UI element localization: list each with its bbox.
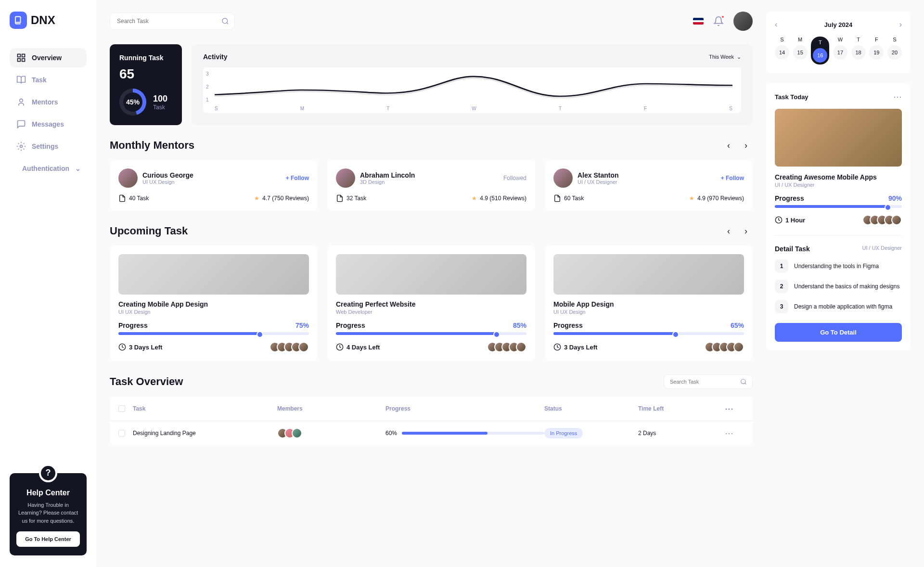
task-card[interactable]: Mobile App Design UI UX Design Progress6… xyxy=(545,245,753,361)
today-time: 1 Hour xyxy=(775,216,805,224)
clock-icon xyxy=(553,343,561,351)
tasks-prev[interactable]: ‹ xyxy=(722,224,735,238)
cal-day[interactable]: W17 xyxy=(833,37,847,64)
prog-label: Progress xyxy=(775,194,804,202)
svg-rect-0 xyxy=(18,54,21,57)
logo[interactable]: DNX xyxy=(10,12,87,29)
overview-search-input[interactable] xyxy=(664,374,753,389)
chevron-down-icon: ⌄ xyxy=(737,54,741,60)
chevron-down-icon: ⌄ xyxy=(75,165,81,172)
activity-range-toggle[interactable]: This Week ⌄ xyxy=(709,54,741,60)
mentor-card[interactable]: Curious GeorgeUI UX Design+ Follow 40 Ta… xyxy=(110,160,318,211)
cal-dow: F xyxy=(875,37,878,42)
book-icon xyxy=(10,12,27,29)
task-title: Mobile App Design xyxy=(553,300,744,308)
mentor-role: 3D Design xyxy=(360,179,415,185)
cal-day[interactable]: F19 xyxy=(869,37,884,64)
go-to-detail-button[interactable]: Go To Detail xyxy=(775,323,902,342)
svg-point-5 xyxy=(20,145,23,148)
cal-day[interactable]: T18 xyxy=(851,37,866,64)
select-all-checkbox[interactable] xyxy=(118,405,125,412)
upcoming-heading: Upcoming Task xyxy=(110,225,188,237)
row-pct: 60% xyxy=(385,430,397,437)
nav-task[interactable]: Task xyxy=(10,70,87,90)
activity-chart: 321 SMTWTFS xyxy=(203,67,741,113)
nav-overview[interactable]: Overview xyxy=(10,48,87,67)
running-count: 65 xyxy=(119,66,172,82)
task-card[interactable]: Creating Mobile App Design UI UX Design … xyxy=(110,245,318,361)
ring-percent: 45% xyxy=(123,92,142,112)
gear-icon xyxy=(16,142,26,151)
step-text: Understanding the tools in Figma xyxy=(794,263,879,270)
step-num: 2 xyxy=(775,280,788,293)
mentors-prev[interactable]: ‹ xyxy=(722,139,735,152)
cal-day[interactable]: M15 xyxy=(793,37,808,64)
step-num: 1 xyxy=(775,259,788,273)
table-menu[interactable]: ⋯ xyxy=(725,403,744,414)
note-icon xyxy=(118,194,126,202)
svg-rect-1 xyxy=(22,54,25,57)
help-center-button[interactable]: Go To Help Center xyxy=(16,531,80,547)
mentor-avatar xyxy=(336,168,355,188)
clock-icon xyxy=(118,343,126,351)
detail-step: 3Design a mobile application with figma xyxy=(775,300,902,313)
profile-avatar[interactable] xyxy=(733,12,753,31)
note-icon xyxy=(336,194,344,202)
nav-auth[interactable]: Authentication ⌄ xyxy=(10,159,87,178)
clock-icon xyxy=(775,216,783,224)
cal-day[interactable]: T16 xyxy=(811,37,829,64)
task-members xyxy=(705,342,744,352)
cal-dow: T xyxy=(819,39,822,45)
mentor-rating: ★4.9 (970 Reviews) xyxy=(689,195,744,202)
star-icon: ★ xyxy=(472,195,477,202)
row-menu[interactable]: ⋯ xyxy=(725,428,744,438)
running-title: Running Task xyxy=(119,54,172,62)
nav-settings[interactable]: Settings xyxy=(10,137,87,156)
mentor-card[interactable]: Abraham Lincoln3D DesignFollowed 32 Task… xyxy=(327,160,535,211)
activity-card: Activity This Week ⌄ 321 SMTWTFS xyxy=(192,44,753,125)
cal-prev[interactable]: ‹ xyxy=(775,20,777,29)
notifications-button[interactable] xyxy=(713,16,724,26)
svg-rect-2 xyxy=(18,59,21,62)
cal-date: 17 xyxy=(833,45,847,60)
nav-mentors[interactable]: Mentors xyxy=(10,92,87,112)
activity-title: Activity xyxy=(203,53,228,61)
search-input[interactable] xyxy=(110,13,235,30)
search-icon[interactable] xyxy=(740,378,747,385)
notification-dot xyxy=(721,15,725,19)
search-icon[interactable] xyxy=(221,17,229,25)
nav-messages[interactable]: Messages xyxy=(10,115,87,134)
tasks-next[interactable]: › xyxy=(739,224,753,238)
language-flag[interactable] xyxy=(693,18,704,25)
mentors-next[interactable]: › xyxy=(739,139,753,152)
today-menu[interactable]: ⋯ xyxy=(893,91,902,102)
task-members xyxy=(487,342,526,352)
task-members xyxy=(270,342,309,352)
follow-button[interactable]: + Follow xyxy=(721,175,744,181)
cal-day[interactable]: S20 xyxy=(887,37,902,64)
cal-date: 15 xyxy=(793,45,808,60)
star-icon: ★ xyxy=(254,195,259,202)
follow-button[interactable]: + Follow xyxy=(286,175,309,181)
mentor-role: UI / UX Designer xyxy=(578,179,619,185)
clock-icon xyxy=(336,343,344,351)
nav-label: Settings xyxy=(32,142,58,150)
mentor-name: Alex Stanton xyxy=(578,171,619,179)
today-title: Creating Awesome Mobile Apps xyxy=(775,173,902,181)
prog-value: 65% xyxy=(731,322,744,329)
prog-value: 90% xyxy=(888,194,902,202)
row-checkbox[interactable] xyxy=(118,430,125,437)
table-row[interactable]: Designing Landing Page 60% In Progress 2… xyxy=(110,421,753,445)
nav-label: Overview xyxy=(32,54,62,62)
cal-day[interactable]: S14 xyxy=(775,37,789,64)
mentor-tasks: 40 Task xyxy=(118,194,149,202)
task-card[interactable]: Creating Perfect Website Web Developer P… xyxy=(327,245,535,361)
mentor-card[interactable]: Alex StantonUI / UX Designer+ Follow 60 … xyxy=(545,160,753,211)
row-members xyxy=(277,428,385,438)
nav-label: Task xyxy=(32,76,47,84)
cal-next[interactable]: › xyxy=(899,20,902,29)
prog-label: Progress xyxy=(553,322,583,329)
task-image xyxy=(118,254,309,295)
task-image xyxy=(553,254,744,295)
progress-ring: 45% xyxy=(119,89,146,116)
